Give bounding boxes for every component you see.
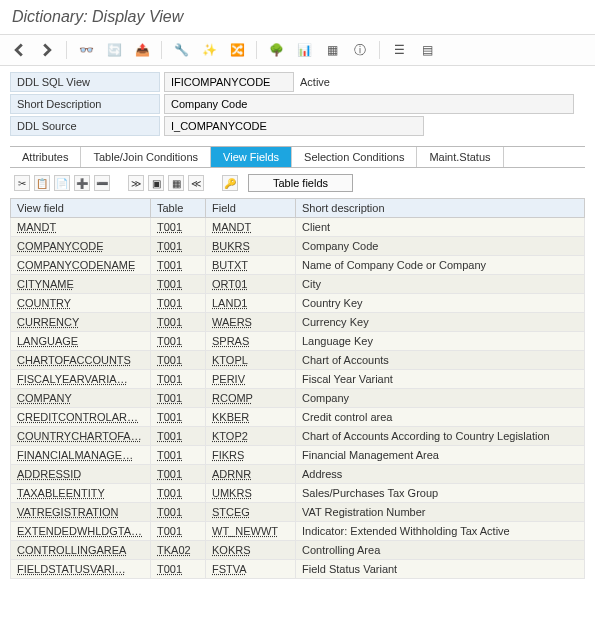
select-all-icon[interactable]: ▦ xyxy=(168,175,184,191)
cell-viewfield[interactable]: CITYNAME xyxy=(11,275,151,294)
table-row[interactable]: ADDRESSIDT001ADRNRAddress xyxy=(11,465,585,484)
cell-viewfield[interactable]: FINANCIALMANAGE… xyxy=(11,446,151,465)
refresh-icon[interactable]: 🔄 xyxy=(105,41,123,59)
short-desc-input[interactable] xyxy=(164,94,574,114)
cell-table[interactable]: T001 xyxy=(151,484,206,503)
glasses-icon[interactable]: 👓 xyxy=(77,41,95,59)
info-icon[interactable]: ⓘ xyxy=(351,41,369,59)
cell-field[interactable]: KTOP2 xyxy=(206,427,296,446)
table-row[interactable]: COMPANYCODENAMET001BUTXTName of Company … xyxy=(11,256,585,275)
cell-field[interactable]: BUKRS xyxy=(206,237,296,256)
cell-table[interactable]: T001 xyxy=(151,332,206,351)
cell-table[interactable]: T001 xyxy=(151,427,206,446)
grid-icon[interactable]: ▤ xyxy=(418,41,436,59)
tab-view-fields[interactable]: View Fields xyxy=(211,147,292,167)
table-row[interactable]: LANGUAGET001SPRASLanguage Key xyxy=(11,332,585,351)
table-fields-button[interactable]: Table fields xyxy=(248,174,353,192)
cell-table[interactable]: T001 xyxy=(151,275,206,294)
cell-viewfield[interactable]: LANGUAGE xyxy=(11,332,151,351)
cell-field[interactable]: PERIV xyxy=(206,370,296,389)
tab-maint[interactable]: Maint.Status xyxy=(417,147,503,167)
cell-viewfield[interactable]: CREDITCONTROLAR… xyxy=(11,408,151,427)
table-row[interactable]: COMPANYCODET001BUKRSCompany Code xyxy=(11,237,585,256)
cell-field[interactable]: FSTVA xyxy=(206,560,296,579)
cell-table[interactable]: TKA02 xyxy=(151,541,206,560)
table-row[interactable]: FISCALYEARVARIA…T001PERIVFiscal Year Var… xyxy=(11,370,585,389)
table-row[interactable]: CONTROLLINGAREATKA02KOKRSControlling Are… xyxy=(11,541,585,560)
cell-field[interactable]: WT_NEWWT xyxy=(206,522,296,541)
cell-table[interactable]: T001 xyxy=(151,294,206,313)
col-header-table[interactable]: Table xyxy=(151,199,206,218)
tree-icon[interactable]: 🌳 xyxy=(267,41,285,59)
delete-row-icon[interactable]: ➖ xyxy=(94,175,110,191)
cell-field[interactable]: MANDT xyxy=(206,218,296,237)
cell-table[interactable]: T001 xyxy=(151,522,206,541)
back-icon[interactable] xyxy=(10,41,28,59)
copy-icon[interactable]: 📋 xyxy=(34,175,50,191)
cell-table[interactable]: T001 xyxy=(151,351,206,370)
cell-table[interactable]: T001 xyxy=(151,446,206,465)
table-row[interactable]: CREDITCONTROLAR…T001KKBERCredit control … xyxy=(11,408,585,427)
tab-attributes[interactable]: Attributes xyxy=(10,147,81,167)
cell-field[interactable]: SPRAS xyxy=(206,332,296,351)
cell-viewfield[interactable]: COUNTRY xyxy=(11,294,151,313)
cell-field[interactable]: RCOMP xyxy=(206,389,296,408)
expand-icon[interactable]: ≫ xyxy=(128,175,144,191)
layers-icon[interactable]: 📊 xyxy=(295,41,313,59)
cell-field[interactable]: KKBER xyxy=(206,408,296,427)
cell-field[interactable]: STCEG xyxy=(206,503,296,522)
key-icon[interactable]: 🔑 xyxy=(222,175,238,191)
cell-field[interactable]: KOKRS xyxy=(206,541,296,560)
cell-field[interactable]: LAND1 xyxy=(206,294,296,313)
cell-viewfield[interactable]: FISCALYEARVARIA… xyxy=(11,370,151,389)
hierarchy-icon[interactable]: 🔀 xyxy=(228,41,246,59)
tab-selection[interactable]: Selection Conditions xyxy=(292,147,417,167)
cell-field[interactable]: BUTXT xyxy=(206,256,296,275)
check-icon[interactable]: 🔧 xyxy=(172,41,190,59)
cell-viewfield[interactable]: EXTENDEDWHLDGTA… xyxy=(11,522,151,541)
insert-row-icon[interactable]: ➕ xyxy=(74,175,90,191)
cell-field[interactable]: FIKRS xyxy=(206,446,296,465)
deselect-icon[interactable]: ≪ xyxy=(188,175,204,191)
cell-table[interactable]: T001 xyxy=(151,237,206,256)
cell-viewfield[interactable]: TAXABLEENTITY xyxy=(11,484,151,503)
table-row[interactable]: VATREGISTRATIONT001STCEGVAT Registration… xyxy=(11,503,585,522)
cell-table[interactable]: T001 xyxy=(151,370,206,389)
cell-field[interactable]: UMKRS xyxy=(206,484,296,503)
wand-icon[interactable]: ✨ xyxy=(200,41,218,59)
cell-viewfield[interactable]: COMPANYCODE xyxy=(11,237,151,256)
cell-table[interactable]: T001 xyxy=(151,408,206,427)
cell-table[interactable]: T001 xyxy=(151,465,206,484)
cell-viewfield[interactable]: ADDRESSID xyxy=(11,465,151,484)
cell-viewfield[interactable]: COMPANYCODENAME xyxy=(11,256,151,275)
cell-table[interactable]: T001 xyxy=(151,503,206,522)
table-row[interactable]: COMPANYT001RCOMPCompany xyxy=(11,389,585,408)
cell-table[interactable]: T001 xyxy=(151,218,206,237)
collapse-icon[interactable]: ▣ xyxy=(148,175,164,191)
cell-field[interactable]: KTOPL xyxy=(206,351,296,370)
cell-viewfield[interactable]: MANDT xyxy=(11,218,151,237)
cell-viewfield[interactable]: FIELDSTATUSVARI… xyxy=(11,560,151,579)
table-row[interactable]: FINANCIALMANAGE…T001FIKRSFinancial Manag… xyxy=(11,446,585,465)
cell-table[interactable]: T001 xyxy=(151,313,206,332)
table-row[interactable]: COUNTRYT001LAND1Country Key xyxy=(11,294,585,313)
table-row[interactable]: COUNTRYCHARTOFA…T001KTOP2Chart of Accoun… xyxy=(11,427,585,446)
ddl-source-input[interactable] xyxy=(164,116,424,136)
paste-icon[interactable]: 📄 xyxy=(54,175,70,191)
cell-field[interactable]: WAERS xyxy=(206,313,296,332)
col-header-field[interactable]: Field xyxy=(206,199,296,218)
list-icon[interactable]: ☰ xyxy=(390,41,408,59)
table-row[interactable]: TAXABLEENTITYT001UMKRSSales/Purchases Ta… xyxy=(11,484,585,503)
ddl-sql-view-input[interactable] xyxy=(164,72,294,92)
cut-icon[interactable]: ✂ xyxy=(14,175,30,191)
cell-table[interactable]: T001 xyxy=(151,256,206,275)
table-row[interactable]: MANDTT001MANDTClient xyxy=(11,218,585,237)
table-row[interactable]: CITYNAMET001ORT01City xyxy=(11,275,585,294)
cell-table[interactable]: T001 xyxy=(151,389,206,408)
cell-viewfield[interactable]: VATREGISTRATION xyxy=(11,503,151,522)
cell-viewfield[interactable]: COMPANY xyxy=(11,389,151,408)
cell-viewfield[interactable]: CONTROLLINGAREA xyxy=(11,541,151,560)
table-row[interactable]: CHARTOFACCOUNTST001KTOPLChart of Account… xyxy=(11,351,585,370)
col-header-desc[interactable]: Short description xyxy=(296,199,585,218)
col-header-viewfield[interactable]: View field xyxy=(11,199,151,218)
